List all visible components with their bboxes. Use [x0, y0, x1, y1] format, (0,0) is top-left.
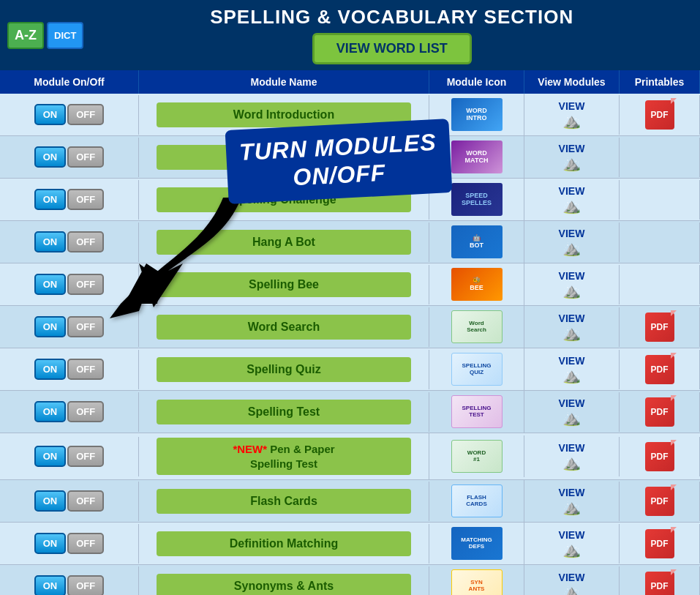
off-button[interactable]: OFF [67, 316, 104, 337]
view-label: VIEW [559, 355, 585, 367]
off-button[interactable]: OFF [67, 490, 104, 512]
view-label: VIEW [559, 228, 585, 239]
logo-az: A-Z [7, 22, 44, 49]
off-button[interactable]: OFF [67, 446, 104, 467]
on-button[interactable]: ON [34, 575, 67, 595]
view-cell[interactable]: VIEW ⛰️ [524, 566, 620, 596]
pdf-button[interactable]: PDF [645, 100, 674, 130]
view-cell[interactable]: VIEW ⛰️ [524, 265, 620, 304]
pdf-cell[interactable]: PDF [620, 392, 700, 432]
on-off-toggle[interactable]: ON OFF [34, 401, 105, 422]
on-button[interactable]: ON [34, 490, 67, 512]
view-word-list-button[interactable]: VIEW WORD LIST [312, 33, 472, 64]
pdf-cell[interactable]: PDF [620, 307, 700, 347]
table-row: ON OFF Word Search WordSearch VIEW ⛰️ PD… [0, 306, 700, 348]
on-off-toggle[interactable]: ON OFF [34, 146, 105, 168]
view-cell[interactable]: VIEW ⛰️ [524, 482, 620, 521]
on-button[interactable]: ON [34, 231, 67, 252]
view-cell[interactable]: VIEW ⛰️ [524, 524, 620, 564]
pdf-button[interactable]: PDF [645, 313, 674, 342]
view-cell[interactable]: VIEW ⛰️ [524, 222, 620, 262]
on-off-toggle[interactable]: ON OFF [34, 231, 105, 252]
view-button[interactable]: VIEW ⛰️ [559, 313, 585, 342]
off-button[interactable]: OFF [67, 146, 104, 168]
on-off-toggle[interactable]: ON OFF [34, 104, 105, 125]
module-name-label: Word Introduction [157, 102, 410, 127]
pdf-icon: PDF [645, 487, 674, 516]
on-off-toggle[interactable]: ON OFF [34, 490, 105, 512]
view-button[interactable]: VIEW ⛰️ [559, 143, 585, 172]
off-button[interactable]: OFF [67, 575, 104, 595]
on-button[interactable]: ON [34, 316, 67, 337]
on-button[interactable]: ON [34, 189, 67, 210]
off-button[interactable]: OFF [67, 189, 104, 210]
pdf-button[interactable]: PDF [645, 529, 674, 558]
view-cell[interactable]: VIEW ⛰️ [524, 180, 620, 220]
view-button[interactable]: VIEW ⛰️ [559, 487, 585, 516]
off-button[interactable]: OFF [67, 274, 104, 295]
on-off-toggle[interactable]: ON OFF [34, 274, 105, 295]
on-button[interactable]: ON [34, 104, 67, 125]
view-cell[interactable]: VIEW ⛰️ [524, 350, 620, 389]
on-button[interactable]: ON [34, 146, 67, 168]
toggle-cell: ON OFF [0, 437, 139, 476]
pdf-cell[interactable]: PDF [620, 524, 700, 564]
off-button[interactable]: OFF [67, 359, 104, 380]
on-off-toggle[interactable]: ON OFF [34, 446, 105, 467]
off-button[interactable]: OFF [67, 533, 104, 554]
view-label: VIEW [559, 572, 585, 583]
pdf-cell[interactable]: PDF [620, 482, 700, 521]
view-cell[interactable]: VIEW ⛰️ [524, 307, 620, 347]
view-icon: ⛰️ [562, 112, 581, 130]
on-off-toggle[interactable]: ON OFF [34, 189, 105, 210]
on-button[interactable]: ON [34, 401, 67, 422]
off-button[interactable]: OFF [67, 231, 104, 252]
off-button[interactable]: OFF [67, 104, 104, 125]
view-cell[interactable]: VIEW ⛰️ [524, 392, 620, 432]
view-button[interactable]: VIEW ⛰️ [559, 228, 585, 257]
view-icon: ⛰️ [562, 454, 581, 471]
view-icon: ⛰️ [562, 282, 581, 299]
on-off-toggle[interactable]: ON OFF [34, 359, 105, 380]
view-label: VIEW [559, 529, 585, 541]
view-button[interactable]: VIEW ⛰️ [559, 442, 585, 471]
view-button[interactable]: VIEW ⛰️ [559, 572, 585, 596]
on-button[interactable]: ON [34, 533, 67, 554]
table-row: ON OFF Spelling Challenge SPEEDSPELLES V… [0, 179, 700, 221]
on-off-toggle[interactable]: ON OFF [34, 533, 105, 554]
view-button[interactable]: VIEW ⛰️ [559, 185, 585, 214]
logo-group: A-Z DICT [7, 22, 83, 49]
on-off-toggle[interactable]: ON OFF [34, 316, 105, 337]
off-button[interactable]: OFF [67, 401, 104, 422]
module-name-cell: Flash Cards [139, 482, 429, 521]
pdf-button[interactable]: PDF [645, 572, 674, 596]
view-button[interactable]: VIEW ⛰️ [559, 397, 585, 427]
pdf-cell[interactable]: PDF [620, 566, 700, 596]
view-button[interactable]: VIEW ⛰️ [559, 355, 585, 384]
on-off-toggle[interactable]: ON OFF [34, 575, 105, 595]
on-button[interactable]: ON [34, 359, 67, 380]
view-button[interactable]: VIEW ⛰️ [559, 270, 585, 299]
on-button[interactable]: ON [34, 446, 67, 467]
pdf-button[interactable]: PDF [645, 487, 674, 516]
col-header-module-icon: Module Icon [429, 70, 524, 94]
pdf-cell[interactable]: PDF [620, 437, 700, 476]
module-name-cell: Word Introduction [139, 95, 429, 135]
view-cell[interactable]: VIEW ⛰️ [524, 138, 620, 177]
pdf-button[interactable]: PDF [645, 397, 674, 427]
table-row: ON OFF Spelling Bee 🐝BEE VIEW ⛰️ [0, 263, 700, 306]
table-row: ON OFF Hang A Bot 🤖BOT VIEW ⛰️ [0, 221, 700, 263]
view-button[interactable]: VIEW ⛰️ [559, 529, 585, 558]
on-button[interactable]: ON [34, 274, 67, 295]
pdf-cell[interactable]: PDF [620, 350, 700, 389]
view-cell[interactable]: VIEW ⛰️ [524, 95, 620, 135]
module-name-label: Spelling Quiz [157, 357, 410, 382]
view-cell[interactable]: VIEW ⛰️ [524, 437, 620, 476]
pdf-button[interactable]: PDF [645, 442, 674, 471]
view-button[interactable]: VIEW ⛰️ [559, 100, 585, 130]
pdf-button[interactable]: PDF [645, 355, 674, 384]
module-icon: WORDINTRO [451, 98, 503, 131]
module-name-cell: Spelling Challenge [139, 180, 429, 220]
view-label: VIEW [559, 487, 585, 498]
pdf-cell[interactable]: PDF [620, 95, 700, 135]
